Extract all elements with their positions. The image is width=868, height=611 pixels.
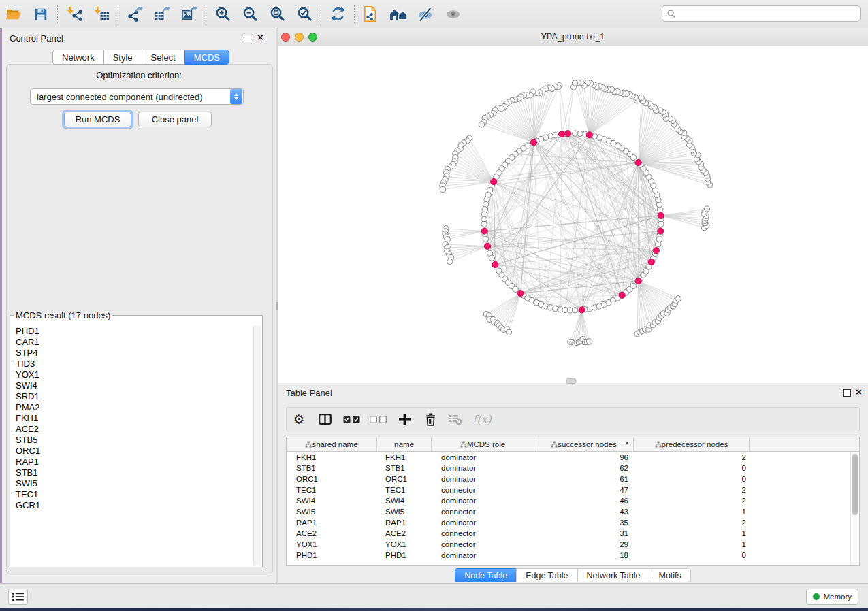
table-settings-button[interactable]: ⚙: [287, 409, 311, 429]
function-builder-button[interactable]: f(x): [468, 409, 496, 429]
mcds-result-item[interactable]: TEC1: [11, 489, 255, 500]
mcds-node[interactable]: [619, 292, 625, 298]
deselect-all-button[interactable]: [364, 409, 391, 429]
mcds-node[interactable]: [586, 132, 592, 138]
table-row[interactable]: ORC1ORC1dominator610: [287, 474, 859, 484]
mcds-result-scrollbar[interactable]: [253, 326, 261, 565]
delete-column-button[interactable]: [417, 409, 443, 429]
search-input[interactable]: [679, 8, 860, 19]
mcds-result-item[interactable]: STP4: [11, 348, 255, 359]
mcds-node[interactable]: [530, 139, 536, 146]
tab-select[interactable]: Select: [142, 50, 184, 65]
mcds-result-item[interactable]: YOX1: [11, 369, 255, 380]
mcds-result-item[interactable]: PHD1: [11, 326, 255, 337]
refresh-view-button[interactable]: [324, 3, 351, 26]
task-history-button[interactable]: [8, 589, 28, 605]
mcds-result-list[interactable]: PHD1CAR1STP4TID3YOX1SWI4SRD1PMA2FKH1ACE2…: [11, 326, 255, 565]
select-all-button[interactable]: [338, 409, 364, 429]
mcds-result-item[interactable]: SWI5: [11, 478, 255, 489]
window-minimize-button[interactable]: [295, 33, 304, 42]
delete-table-button[interactable]: [443, 409, 468, 429]
table-row[interactable]: STB1STB1dominator620: [287, 463, 859, 474]
network-graph[interactable]: [278, 46, 868, 383]
close-panel-button[interactable]: Close panel: [138, 112, 212, 127]
zoom-in-button[interactable]: [209, 3, 236, 26]
run-mcds-button[interactable]: Run MCDS: [64, 112, 131, 127]
table-row[interactable]: PHD1PHD1dominator180: [287, 550, 859, 561]
optimization-criterion-select[interactable]: largest connected component (undirected): [30, 88, 244, 105]
horizontal-splitter-handle[interactable]: [566, 378, 576, 384]
search-box[interactable]: [662, 5, 861, 22]
mcds-result-item[interactable]: RAP1: [11, 457, 255, 467]
mcds-result-item[interactable]: FKH1: [11, 413, 255, 424]
mcds-node[interactable]: [648, 259, 654, 265]
mcds-result-item[interactable]: GCR1: [11, 500, 255, 511]
mcds-result-item[interactable]: CAR1: [11, 337, 255, 348]
mcds-result-item[interactable]: SWI4: [11, 380, 255, 391]
tab-mcds[interactable]: MCDS: [184, 50, 229, 65]
mcds-node[interactable]: [658, 228, 664, 234]
tab-edge-table[interactable]: Edge Table: [516, 568, 577, 582]
tab-network[interactable]: Network: [52, 50, 103, 65]
mcds-node[interactable]: [635, 278, 641, 284]
network-view-canvas[interactable]: [278, 46, 868, 383]
mcds-node[interactable]: [559, 131, 565, 137]
tab-node-table[interactable]: Node Table: [455, 568, 516, 582]
table-row[interactable]: FKH1FKH1dominator962: [287, 452, 859, 463]
table-row[interactable]: SWI4SWI4dominator462: [287, 495, 859, 506]
zoom-fit-button[interactable]: [263, 3, 291, 26]
mcds-result-item[interactable]: TID3: [11, 359, 255, 369]
mcds-node[interactable]: [579, 307, 585, 313]
window-close-button[interactable]: [281, 33, 290, 42]
close-table-panel-icon[interactable]: ×: [856, 389, 862, 395]
window-maximize-button[interactable]: [308, 33, 317, 42]
zoom-selected-button[interactable]: [291, 3, 318, 26]
close-panel-icon[interactable]: ×: [257, 34, 263, 41]
mcds-node[interactable]: [658, 212, 664, 218]
table-row[interactable]: YOX1YOX1connector291: [287, 539, 859, 550]
mcds-node[interactable]: [653, 248, 659, 254]
table-row[interactable]: RAP1RAP1dominator352: [287, 517, 859, 528]
column-header-shared-name[interactable]: shared name: [287, 437, 377, 451]
open-session-button[interactable]: [0, 3, 27, 26]
export-table-button[interactable]: [148, 3, 176, 26]
show-all-button[interactable]: [439, 3, 466, 26]
mcds-result-item[interactable]: SRD1: [11, 391, 255, 402]
mcds-result-item[interactable]: PMA2: [11, 402, 255, 413]
mcds-node[interactable]: [491, 178, 497, 184]
table-scrollbar[interactable]: [850, 452, 858, 565]
float-panel-icon[interactable]: [244, 35, 251, 42]
mcds-node[interactable]: [492, 261, 498, 267]
table-row[interactable]: ACE2ACE2connector311: [287, 528, 859, 539]
mcds-result-item[interactable]: STB5: [11, 435, 255, 446]
table-row[interactable]: TEC1TEC1connector472: [287, 484, 859, 495]
float-table-panel-icon[interactable]: [843, 389, 851, 397]
export-image-button[interactable]: [176, 3, 203, 26]
network-window-titlebar[interactable]: YPA_prune.txt_1: [278, 28, 868, 46]
import-network-button[interactable]: [61, 3, 88, 26]
column-header-MCDS-role[interactable]: MCDS role: [432, 437, 534, 451]
save-session-button[interactable]: [27, 3, 54, 26]
zoom-out-button[interactable]: [236, 3, 263, 26]
export-network-button[interactable]: [121, 3, 148, 26]
mcds-node[interactable]: [484, 243, 490, 249]
tab-motifs[interactable]: Motifs: [649, 568, 690, 582]
mcds-node[interactable]: [635, 159, 641, 165]
column-header-predecessor-nodes[interactable]: predecessor nodes: [634, 437, 750, 451]
memory-button[interactable]: Memory: [806, 589, 858, 605]
mcds-result-item[interactable]: ORC1: [11, 446, 255, 457]
table-scrollbar-thumb[interactable]: [852, 454, 858, 515]
mcds-node[interactable]: [481, 228, 487, 234]
hide-selected-button[interactable]: [412, 3, 439, 26]
column-header-successor-nodes[interactable]: successor nodes▾: [534, 437, 634, 451]
add-column-button[interactable]: [391, 409, 417, 429]
mcds-result-item[interactable]: ACE2: [11, 424, 255, 435]
first-neighbors-button[interactable]: [385, 3, 412, 26]
show-columns-button[interactable]: [311, 409, 338, 429]
mcds-node[interactable]: [565, 131, 571, 137]
mcds-node[interactable]: [517, 291, 524, 297]
import-table-button[interactable]: [88, 3, 115, 26]
table-row[interactable]: SWI5SWI5connector431: [287, 506, 859, 517]
mcds-result-item[interactable]: STB1: [11, 467, 255, 478]
column-header-name[interactable]: name: [377, 437, 432, 451]
